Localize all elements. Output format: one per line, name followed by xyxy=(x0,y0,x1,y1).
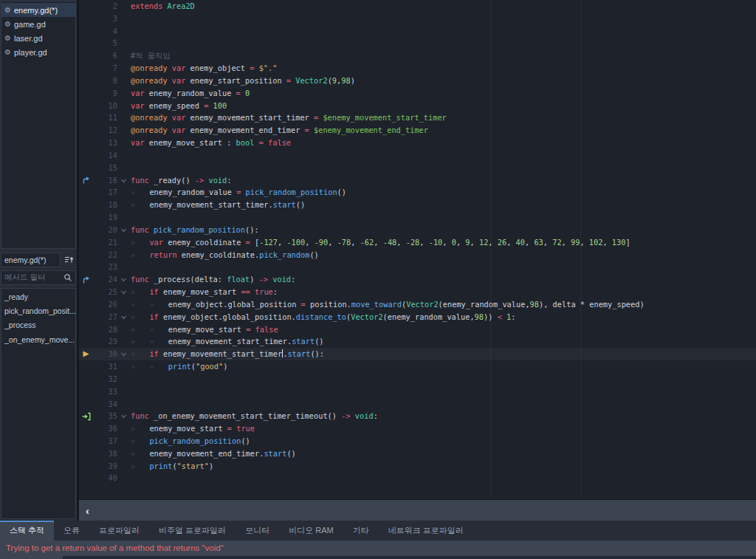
line-number[interactable]: 24 xyxy=(95,273,117,286)
debugger-tab[interactable]: 비디오 RAM xyxy=(279,521,343,541)
line-number[interactable]: 28 xyxy=(95,323,117,336)
code-editor[interactable]: 2extends Area2D3456#적 움직임7@onready var e… xyxy=(79,0,756,499)
line-number[interactable]: 27 xyxy=(95,311,117,323)
code-line[interactable]: 19 xyxy=(79,211,756,224)
code-line[interactable]: 34 xyxy=(79,398,756,411)
code-line[interactable]: 36»enemy_move_start = true xyxy=(79,422,756,435)
script-item[interactable]: ⚙enemy.gd(*) xyxy=(1,3,75,17)
code-line[interactable]: 16 func _ready() -> void: xyxy=(79,174,756,187)
line-number[interactable]: 5 xyxy=(95,37,117,49)
line-number[interactable]: 29 xyxy=(95,335,117,348)
line-number[interactable]: 2 xyxy=(95,0,117,13)
line-number[interactable]: 26 xyxy=(95,298,117,311)
code-line[interactable]: 18»enemy_movement_start_timer.start() xyxy=(79,199,756,211)
code-line[interactable]: 9var enemy_random_value = 0 xyxy=(79,87,756,100)
code-line[interactable]: 37»pick_random_position() xyxy=(79,435,756,447)
debugger-tab[interactable]: 모니터 xyxy=(236,521,279,541)
line-number[interactable]: 33 xyxy=(95,385,117,398)
code-line[interactable]: 10var enemy_speed = 100 xyxy=(79,100,756,112)
collapse-chevron-icon[interactable]: ‹ xyxy=(86,504,89,517)
code-line[interactable]: 13var enemy_move_start : bool = false xyxy=(79,137,756,149)
line-number[interactable]: 19 xyxy=(95,211,117,224)
code-line[interactable]: 23 xyxy=(79,261,756,273)
line-number[interactable]: 18 xyxy=(95,199,117,211)
code-line[interactable]: 24 func _process(delta: float) -> void: xyxy=(79,273,756,286)
code-line[interactable]: 35 func _on_enemy_movement_start_timer_t… xyxy=(79,410,756,422)
line-number[interactable]: 3 xyxy=(95,13,117,25)
debugger-tab[interactable]: 프로파일러 xyxy=(89,521,149,541)
line-number[interactable]: 37 xyxy=(95,435,117,447)
code-line[interactable]: 21»var enemy_cooldinate = [-127, -100, -… xyxy=(79,236,756,249)
method-filter-input[interactable]: 메서드 필터 xyxy=(1,270,76,285)
fold-cell[interactable] xyxy=(120,174,127,187)
code-line[interactable]: 29»»enemy_movement_start_timer.start() xyxy=(79,335,756,348)
line-number[interactable]: 32 xyxy=(95,373,117,385)
code-line[interactable]: 15 xyxy=(79,162,756,174)
code-line[interactable]: 30 »if enemy_movement_start_timer.start(… xyxy=(79,348,756,360)
stack-trace-error[interactable]: Trying to get a return value of a method… xyxy=(0,541,756,556)
code-line[interactable]: 28»»enemy_move_start = false xyxy=(79,323,756,336)
code-line[interactable]: 40 xyxy=(79,472,756,484)
code-line[interactable]: 31»»print("good") xyxy=(79,360,756,373)
line-number[interactable]: 20 xyxy=(95,224,117,236)
line-number[interactable]: 7 xyxy=(95,62,117,75)
line-number[interactable]: 14 xyxy=(95,149,117,162)
line-number[interactable]: 10 xyxy=(95,100,117,112)
line-number[interactable]: 6 xyxy=(95,49,117,62)
code-line[interactable]: 26»»enemy_object.global_position = posit… xyxy=(79,298,756,311)
method-item[interactable]: _ready xyxy=(1,289,75,303)
line-number[interactable]: 16 xyxy=(95,174,117,187)
fold-cell[interactable] xyxy=(120,348,127,360)
line-number[interactable]: 23 xyxy=(95,261,117,273)
line-number[interactable]: 11 xyxy=(95,112,117,124)
line-number[interactable]: 4 xyxy=(95,25,117,38)
fold-cell[interactable] xyxy=(120,273,127,286)
debugger-tab[interactable]: 오류 xyxy=(54,521,89,541)
code-line[interactable]: 17»enemy_random_value = pick_random_posi… xyxy=(79,186,756,199)
debugger-tab[interactable]: 스택 추적 xyxy=(0,521,54,541)
code-line[interactable]: 32 xyxy=(79,373,756,385)
line-number[interactable]: 13 xyxy=(95,137,117,149)
code-line[interactable]: 27 »if enemy_object.global_position.dist… xyxy=(79,311,756,323)
code-line[interactable]: 6#적 움직임 xyxy=(79,49,756,62)
line-number[interactable]: 21 xyxy=(95,236,117,249)
code-line[interactable]: 7@onready var enemy_object = $"." xyxy=(79,62,756,75)
fold-cell[interactable] xyxy=(120,410,127,422)
script-item[interactable]: ⚙player.gd xyxy=(1,45,75,59)
code-line[interactable]: 22»return enemy_cooldinate.pick_random() xyxy=(79,249,756,261)
code-line[interactable]: 5 xyxy=(79,37,756,49)
fold-cell[interactable] xyxy=(120,286,127,298)
line-number[interactable]: 31 xyxy=(95,360,117,373)
script-name-field[interactable]: enemy.gd(*) xyxy=(1,253,61,267)
line-number[interactable]: 34 xyxy=(95,398,117,411)
line-number[interactable]: 8 xyxy=(95,75,117,87)
line-number[interactable]: 9 xyxy=(95,87,117,100)
code-line[interactable]: 14 xyxy=(79,149,756,162)
code-line[interactable]: 20 func pick_random_position(): xyxy=(79,224,756,236)
line-number[interactable]: 39 xyxy=(95,460,117,473)
code-line[interactable]: 39»print("start") xyxy=(79,460,756,473)
line-number[interactable]: 38 xyxy=(95,447,117,460)
debugger-tab[interactable]: 비주얼 프로파일러 xyxy=(149,521,236,541)
code-line[interactable]: 3 xyxy=(79,13,756,25)
code-line[interactable]: 8@onready var enemy_start_position = Vec… xyxy=(79,75,756,87)
sort-scripts-button[interactable] xyxy=(62,253,77,267)
line-number[interactable]: 22 xyxy=(95,249,117,261)
line-number[interactable]: 12 xyxy=(95,124,117,137)
code-line[interactable]: 33 xyxy=(79,385,756,398)
method-item[interactable]: pick_random_posit... xyxy=(1,303,75,318)
code-line[interactable]: 38»enemy_movement_end_timer.start() xyxy=(79,447,756,460)
method-item[interactable]: _process xyxy=(1,318,75,332)
code-line[interactable]: 2extends Area2D xyxy=(79,0,756,13)
code-line[interactable]: 11@onready var enemy_movement_start_time… xyxy=(79,112,756,124)
code-line[interactable]: 25 »if enemy_move_start == true: xyxy=(79,286,756,298)
line-number[interactable]: 36 xyxy=(95,422,117,435)
line-number[interactable]: 15 xyxy=(95,162,117,174)
line-number[interactable]: 25 xyxy=(95,286,117,298)
fold-cell[interactable] xyxy=(120,224,127,236)
script-item[interactable]: ⚙game.gd xyxy=(1,17,75,31)
line-number[interactable]: 35 xyxy=(95,410,117,422)
line-number[interactable]: 17 xyxy=(95,186,117,199)
method-item[interactable]: _on_enemy_move... xyxy=(1,332,75,346)
script-item[interactable]: ⚙laser.gd xyxy=(1,31,75,45)
